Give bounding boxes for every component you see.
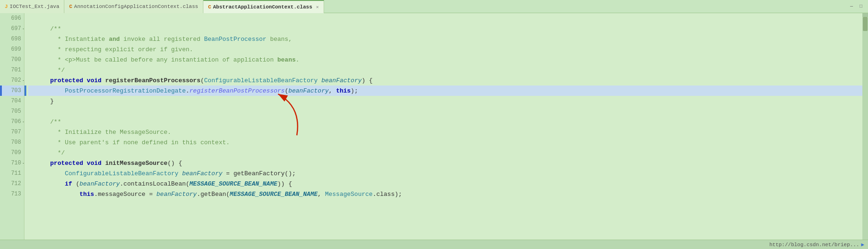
scrollbar-right-thumb[interactable]: [863, 17, 868, 31]
code-content[interactable]: /** * Instantiate and invoke all registe…: [24, 13, 862, 240]
ln-704: 704: [0, 96, 24, 106]
ln-697: 697 -: [0, 23, 24, 34]
code-line-704: }: [28, 96, 862, 106]
code-line-696: [28, 13, 862, 23]
code-line-713: this.messageSource = beanFactory.getBean…: [28, 189, 862, 199]
code-line-705: [28, 106, 862, 117]
tab-icon-c1: C: [69, 4, 72, 9]
status-bar: http://blog.csdn.net/briep... ▶: [0, 240, 868, 249]
ln-699: 699: [0, 44, 24, 54]
ln-707: 707: [0, 127, 24, 137]
minimize-button[interactable]: —: [848, 3, 855, 9]
code-line-706: /**: [28, 117, 862, 127]
ln-708: 708: [0, 137, 24, 148]
tab-bar: J IOCTest_Ext.java C AnnotationConfigApp…: [0, 0, 868, 13]
tab-label-annotationconfig: AnnotationConfigApplicationContext.class: [74, 4, 198, 9]
tab-ioctest[interactable]: J IOCTest_Ext.java: [0, 0, 64, 13]
tab-label-abstractapp: AbstractApplicationContext.class: [213, 4, 312, 10]
ln-696: 696: [0, 13, 24, 23]
editor-container: J IOCTest_Ext.java C AnnotationConfigApp…: [0, 0, 868, 249]
ln-698: 698: [0, 34, 24, 44]
ln-710: 710 -: [0, 158, 24, 168]
scrollbar-right[interactable]: [862, 13, 868, 240]
code-line-702: protected void registerBeanPostProcessor…: [28, 75, 862, 86]
code-line-710: protected void initMessageSource() {: [28, 158, 862, 168]
tab-close-abstractapp[interactable]: ✕: [316, 4, 319, 10]
code-line-711: ConfigurableListableBeanFactory beanFact…: [28, 168, 862, 179]
tab-icon-j: J: [5, 4, 8, 9]
line-numbers: 696 697 - 698 699 700 701 702 - 703 704 …: [0, 13, 24, 240]
status-arrow-right: ▶: [861, 241, 864, 248]
tab-abstractapp[interactable]: C AbstractApplicationContext.class ✕: [203, 0, 324, 13]
ln-705: 705: [0, 106, 24, 117]
ln-703: 703: [0, 86, 24, 96]
code-line-703: PostProcessorRegistrationDelegate.regist…: [28, 86, 862, 96]
scrollbar-thumb-top-area: [862, 13, 868, 17]
ln-702: 702 -: [0, 75, 24, 86]
code-line-709: */: [28, 148, 862, 158]
code-line-698: * Instantiate and invoke all registered …: [28, 34, 862, 44]
ln-712: 712: [0, 179, 24, 189]
line-703-blue-bar: [24, 86, 26, 96]
code-line-707: * Initialize the MessageSource.: [28, 127, 862, 137]
code-line-708: * Use parent's if none defined in this c…: [28, 137, 862, 148]
code-line-712: if (beanFactory.containsLocalBean(MESSAG…: [28, 179, 862, 189]
code-line-700: * <p>Must be called before any instantia…: [28, 54, 862, 65]
code-line-699: * respecting explicit order if given.: [28, 44, 862, 54]
ln-701: 701: [0, 65, 24, 75]
tab-icon-c2: C: [208, 4, 211, 10]
code-line-697: /**: [28, 23, 862, 34]
status-url: http://blog.csdn.net/briep...: [769, 242, 859, 248]
ln-706: 706 -: [0, 117, 24, 127]
tab-annotationconfig[interactable]: C AnnotationConfigApplicationContext.cla…: [64, 0, 203, 13]
tab-label-ioctest: IOCTest_Ext.java: [10, 4, 60, 9]
ln-700: 700: [0, 54, 24, 65]
ln-711: 711: [0, 168, 24, 179]
ln-713: 713: [0, 189, 24, 199]
window-controls: — □: [848, 3, 868, 9]
code-line-701: */: [28, 65, 862, 75]
code-area: 696 697 - 698 699 700 701 702 - 703 704 …: [0, 13, 868, 240]
maximize-button[interactable]: □: [858, 3, 864, 9]
ln-709: 709: [0, 148, 24, 158]
